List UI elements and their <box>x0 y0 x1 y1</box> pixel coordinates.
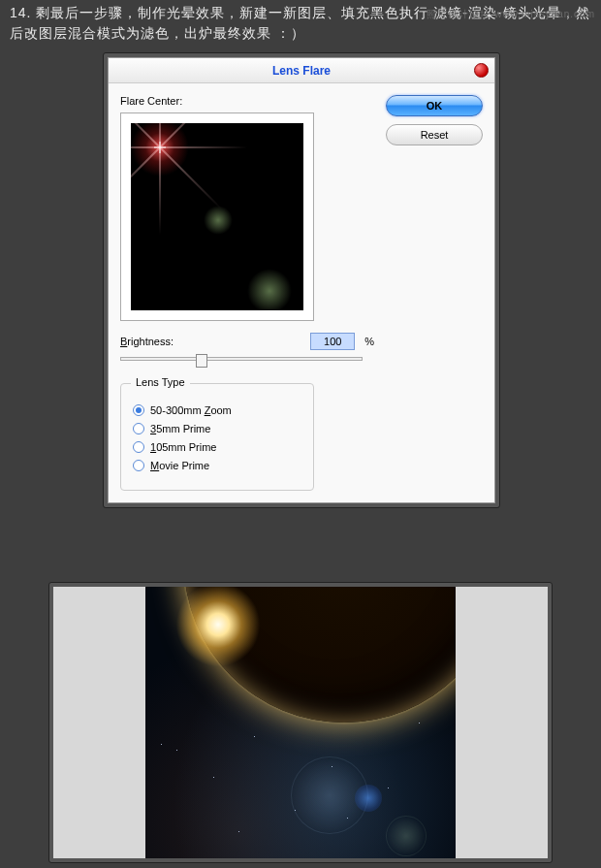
radio-label: 50-300mm Zoom <box>150 404 232 416</box>
radio-label: 35mm Prime <box>150 423 210 434</box>
lens-orb-icon <box>386 816 427 856</box>
radio-label: Movie Prime <box>150 460 209 471</box>
flare-center-label: Flare Center: <box>120 95 374 107</box>
reset-button[interactable]: Reset <box>386 124 483 145</box>
ok-button[interactable]: OK <box>386 95 483 116</box>
flare-center-crosshair-icon[interactable] <box>154 142 166 153</box>
watermark-text: 照片设计论坛 www.missyuan.com <box>427 8 595 21</box>
flare-preview-frame <box>120 113 314 321</box>
radio-label: 105mm Prime <box>150 441 216 453</box>
radio-35mm-prime[interactable]: 35mm Prime <box>133 423 301 434</box>
lens-type-legend: Lens Type <box>131 376 190 388</box>
radio-105mm-prime[interactable]: 105mm Prime <box>133 441 301 453</box>
radio-movie-prime[interactable]: Movie Prime <box>133 460 301 471</box>
close-icon[interactable] <box>474 63 489 78</box>
radio-icon <box>133 441 144 453</box>
lens-type-group: Lens Type 50-300mm Zoom 35mm Prime 105mm… <box>120 383 314 491</box>
brightness-slider[interactable] <box>120 354 363 370</box>
dialog-titlebar[interactable]: Lens Flare <box>109 58 494 83</box>
radio-50-300mm-zoom[interactable]: 50-300mm Zoom <box>133 404 301 416</box>
slider-thumb-icon[interactable] <box>196 354 207 368</box>
lens-flare-dialog: Lens Flare Flare Center: Brightness: <box>103 52 500 508</box>
radio-icon <box>133 460 144 471</box>
flare-preview-canvas[interactable] <box>131 123 303 310</box>
brightness-unit: % <box>364 336 374 347</box>
brightness-label: Brightness: <box>120 336 174 347</box>
result-preview-frame <box>48 582 553 863</box>
radio-icon <box>133 423 144 434</box>
final-result-image <box>145 587 456 858</box>
brightness-input[interactable] <box>310 333 355 350</box>
dialog-title: Lens Flare <box>272 64 331 78</box>
radio-icon <box>133 404 144 416</box>
lens-orb-icon <box>355 785 382 812</box>
